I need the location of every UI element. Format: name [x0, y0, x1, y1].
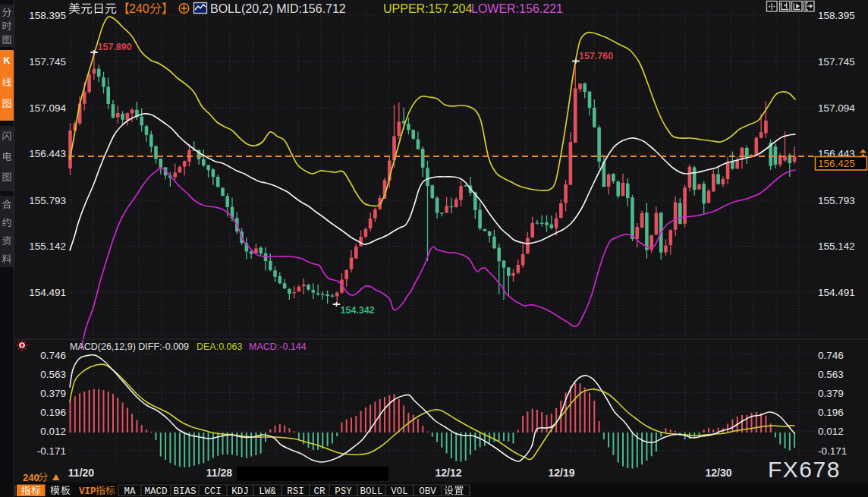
svg-text:UPPER:157.204: UPPER:157.204: [383, 2, 473, 15]
svg-text:BIAS: BIAS: [173, 486, 196, 497]
svg-text:12/12: 12/12: [435, 467, 461, 479]
svg-text:0.196: 0.196: [818, 407, 844, 418]
svg-text:158.395: 158.395: [29, 10, 66, 21]
svg-text:155.793: 155.793: [29, 195, 66, 206]
svg-text:158.395: 158.395: [818, 10, 855, 21]
svg-text:0.746: 0.746: [818, 350, 844, 361]
svg-text:MACD(26,12,9) DIFF:-0.009: MACD(26,12,9) DIFF:-0.009: [70, 341, 189, 352]
svg-text:PSY: PSY: [335, 486, 352, 497]
svg-text:VOL: VOL: [391, 486, 408, 497]
svg-text:CR: CR: [313, 486, 326, 497]
svg-text:11/28: 11/28: [206, 467, 232, 479]
svg-text:12/30: 12/30: [705, 467, 731, 479]
svg-text:0.563: 0.563: [818, 369, 844, 380]
svg-text:157.745: 157.745: [818, 56, 855, 68]
svg-text:BOLL(20,2) MID:156.712: BOLL(20,2) MID:156.712: [210, 2, 346, 15]
svg-text:MACD: MACD: [144, 486, 167, 497]
svg-text:BOLL: BOLL: [360, 486, 382, 497]
svg-text:0.563: 0.563: [40, 369, 66, 380]
svg-text:157.094: 157.094: [29, 102, 66, 114]
svg-text:0.012: 0.012: [40, 426, 66, 437]
svg-text:240: 240: [23, 472, 39, 483]
svg-text:-0.171: -0.171: [37, 445, 66, 457]
svg-text:KDJ: KDJ: [231, 486, 249, 497]
svg-text:LOWER:156.221: LOWER:156.221: [471, 2, 563, 15]
svg-text:157.890: 157.890: [98, 42, 132, 52]
svg-text:156.443: 156.443: [29, 148, 66, 159]
svg-text:DEA:0.063: DEA:0.063: [197, 341, 243, 352]
svg-text:156.425: 156.425: [818, 158, 855, 169]
svg-text:MACD:-0.144: MACD:-0.144: [249, 341, 307, 352]
svg-text:0.196: 0.196: [40, 407, 66, 418]
svg-text:157.760: 157.760: [579, 51, 613, 61]
svg-text:154.491: 154.491: [29, 287, 66, 298]
svg-text:OBV: OBV: [419, 486, 436, 497]
svg-text:0.012: 0.012: [818, 426, 844, 437]
svg-text:12/19: 12/19: [548, 467, 574, 479]
svg-text:VIP: VIP: [79, 486, 96, 497]
svg-text:0.379: 0.379: [40, 388, 66, 399]
svg-text:FX678: FX678: [768, 457, 841, 482]
svg-text:-0.171: -0.171: [818, 445, 847, 457]
svg-text:155.142: 155.142: [818, 241, 855, 252]
svg-text:155.142: 155.142: [29, 241, 66, 252]
svg-text:157.094: 157.094: [818, 102, 855, 114]
svg-text:K: K: [3, 55, 11, 66]
svg-text:CCI: CCI: [204, 486, 222, 497]
svg-text:RSI: RSI: [287, 486, 304, 497]
svg-text:154.342: 154.342: [341, 305, 375, 316]
svg-text:0.746: 0.746: [40, 350, 66, 361]
svg-text:LW&: LW&: [259, 486, 276, 497]
svg-text:157.745: 157.745: [29, 56, 66, 68]
svg-text:240: 240: [129, 2, 149, 15]
svg-text:MA: MA: [124, 486, 136, 497]
svg-text:154.491: 154.491: [818, 287, 855, 298]
svg-text:0.379: 0.379: [818, 388, 844, 399]
svg-text:11/20: 11/20: [68, 467, 94, 479]
svg-text:155.793: 155.793: [818, 195, 855, 206]
